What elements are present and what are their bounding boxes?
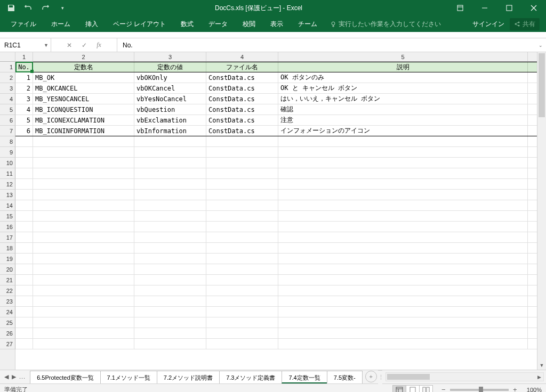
- vertical-scrollbar[interactable]: ▲ ▼: [537, 52, 546, 370]
- row-header[interactable]: 18: [0, 243, 15, 254]
- column-header[interactable]: 5: [278, 52, 528, 61]
- cell[interactable]: [33, 275, 134, 285]
- cell[interactable]: MB_ICONEXCLAMATION: [33, 115, 134, 125]
- cell[interactable]: [278, 200, 528, 210]
- cell[interactable]: MB_ICONINFORMATION: [33, 126, 134, 136]
- cell[interactable]: MB_ICONQUESTION: [33, 104, 134, 115]
- row-header[interactable]: 6: [0, 115, 15, 126]
- cell[interactable]: [206, 296, 278, 306]
- zoom-in-icon[interactable]: +: [512, 386, 518, 392]
- cell[interactable]: [278, 264, 528, 274]
- cell[interactable]: No.: [15, 62, 33, 72]
- cell[interactable]: ConstData.cs: [206, 126, 278, 136]
- view-page-break-icon[interactable]: [419, 385, 433, 393]
- cell[interactable]: [15, 200, 33, 210]
- cell[interactable]: [278, 147, 528, 157]
- cell[interactable]: vbInformation: [134, 126, 206, 136]
- ribbon-tab[interactable]: 数式: [173, 16, 201, 32]
- row-header[interactable]: 19: [0, 254, 15, 264]
- cell[interactable]: ConstData.cs: [206, 72, 278, 83]
- cell[interactable]: [15, 285, 33, 296]
- cell[interactable]: [15, 179, 33, 189]
- row-header[interactable]: 1: [0, 62, 15, 72]
- cell[interactable]: [134, 254, 206, 264]
- cell[interactable]: [33, 317, 134, 328]
- cell[interactable]: [134, 222, 206, 232]
- add-sheet-icon[interactable]: +: [365, 371, 377, 382]
- cell[interactable]: [206, 200, 278, 210]
- column-header[interactable]: 3: [134, 52, 206, 61]
- cell[interactable]: [134, 264, 206, 274]
- cell[interactable]: [33, 264, 134, 274]
- cell[interactable]: 6: [15, 126, 33, 136]
- cell[interactable]: [15, 147, 33, 157]
- cell[interactable]: [278, 168, 528, 178]
- cell[interactable]: [206, 254, 278, 264]
- cell[interactable]: MB_OK: [33, 72, 134, 83]
- cell[interactable]: [33, 307, 134, 317]
- ribbon-tab[interactable]: ホーム: [44, 16, 78, 32]
- cell[interactable]: [278, 211, 528, 221]
- cell[interactable]: [206, 328, 278, 338]
- cell[interactable]: [33, 285, 134, 296]
- cell[interactable]: [33, 232, 134, 242]
- row-header[interactable]: 17: [0, 232, 15, 243]
- row-header[interactable]: 4: [0, 94, 15, 104]
- ribbon-tab[interactable]: ページ レイアウト: [106, 16, 173, 32]
- cell[interactable]: [206, 158, 278, 168]
- cell[interactable]: 2: [15, 83, 33, 93]
- ribbon-tab[interactable]: ファイル: [3, 16, 44, 32]
- cell[interactable]: [15, 243, 33, 253]
- cell[interactable]: [278, 222, 528, 232]
- cell[interactable]: [278, 296, 528, 306]
- cell[interactable]: [134, 232, 206, 242]
- cell[interactable]: vbExclamation: [134, 115, 206, 125]
- cell[interactable]: [278, 285, 528, 296]
- cell[interactable]: [206, 222, 278, 232]
- row-header[interactable]: 16: [0, 222, 15, 232]
- tell-me[interactable]: 実行したい作業を入力してください: [325, 20, 446, 29]
- row-header[interactable]: 8: [0, 136, 15, 147]
- cell[interactable]: vbYesNoCancel: [134, 94, 206, 104]
- cell[interactable]: [15, 158, 33, 168]
- cell[interactable]: [206, 243, 278, 253]
- sheet-tab[interactable]: 7.4定数一覧: [282, 371, 327, 383]
- insert-function-icon[interactable]: fx: [97, 41, 101, 49]
- cell[interactable]: [278, 339, 528, 349]
- cell[interactable]: ファイル名: [206, 62, 278, 72]
- row-header[interactable]: 3: [0, 83, 15, 94]
- row-header[interactable]: 24: [0, 307, 15, 317]
- column-header[interactable]: 4: [206, 52, 278, 61]
- view-page-layout-icon[interactable]: [406, 385, 420, 393]
- share-button[interactable]: 共有: [510, 18, 540, 30]
- cell[interactable]: [206, 211, 278, 221]
- cell[interactable]: [15, 168, 33, 178]
- cell[interactable]: ConstData.cs: [206, 94, 278, 104]
- cell[interactable]: [278, 232, 528, 242]
- cell[interactable]: [134, 179, 206, 189]
- scroll-thumb[interactable]: [539, 53, 545, 117]
- row-header[interactable]: 20: [0, 264, 15, 275]
- ribbon-tab[interactable]: 挿入: [78, 16, 106, 32]
- row-header[interactable]: 10: [0, 158, 15, 168]
- cell[interactable]: [33, 168, 134, 178]
- cell[interactable]: [33, 147, 134, 157]
- row-header[interactable]: 9: [0, 147, 15, 158]
- cell[interactable]: [134, 243, 206, 253]
- minimize-icon[interactable]: [472, 0, 497, 16]
- cell[interactable]: ConstData.cs: [206, 115, 278, 125]
- cell[interactable]: [206, 307, 278, 317]
- chevron-down-icon[interactable]: ▼: [44, 43, 49, 48]
- save-icon[interactable]: [4, 1, 18, 15]
- cell[interactable]: [206, 168, 278, 178]
- cell[interactable]: 確認: [278, 104, 528, 115]
- ribbon-tab[interactable]: データ: [201, 16, 235, 32]
- hscroll-thumb[interactable]: [387, 374, 430, 380]
- cell[interactable]: [33, 222, 134, 232]
- row-header[interactable]: 26: [0, 328, 15, 339]
- tab-more-icon[interactable]: ...: [19, 373, 26, 380]
- ribbon-tab[interactable]: 表示: [263, 16, 291, 32]
- cell[interactable]: [278, 254, 528, 264]
- cell[interactable]: [206, 317, 278, 328]
- tab-scroll-right-icon[interactable]: ▶: [12, 373, 16, 380]
